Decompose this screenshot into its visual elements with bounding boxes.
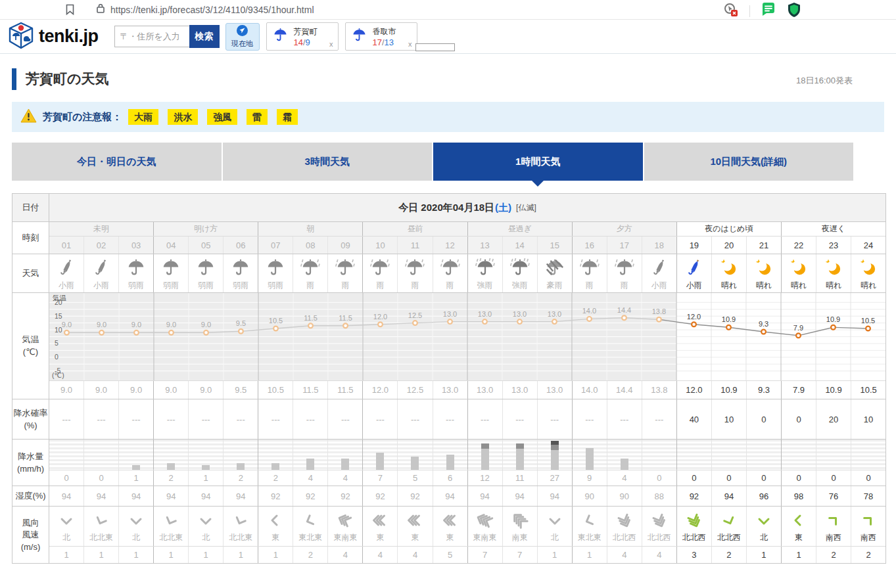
precip-bar-main — [411, 457, 419, 470]
humidity-cell: 94 — [188, 486, 223, 506]
period-cell: 夜のはじめ頃 — [676, 222, 781, 236]
wind-direction-text: 東 — [446, 532, 454, 543]
warning-badge[interactable]: 洪水 — [168, 109, 198, 125]
pop-cell: --- — [537, 399, 572, 439]
svg-text:13.0: 13.0 — [478, 310, 492, 318]
title-accent-bar — [12, 68, 16, 90]
temp-value-cell: 10.9 — [816, 381, 851, 399]
weather-icon rain-weak-icon — [126, 258, 146, 280]
wind-direction-cell: 東 — [258, 507, 293, 546]
wind-speed-cell: 4 — [397, 547, 432, 563]
humidity-cell: 96 — [746, 486, 781, 506]
weather-text: 雨 — [621, 280, 628, 291]
wind-direction-text: 東 — [271, 532, 279, 543]
weather-icon rain-weak-icon — [161, 258, 181, 280]
row-hours: 0102030405060708091011121314151617181920… — [49, 237, 885, 254]
svg-text:13.8: 13.8 — [652, 307, 666, 315]
wind-arrow-icon — [686, 512, 703, 531]
wind-direction-text: 東北東 — [298, 532, 322, 543]
chip-close-icon[interactable]: x — [408, 40, 412, 48]
weather-text: 晴れ — [721, 280, 737, 291]
wind-speed-cell: 7 — [502, 547, 537, 563]
temp-value-cell: 11.5 — [327, 381, 362, 399]
wind-direction-cell: 東 — [433, 507, 467, 546]
wind-direction-cell: 東 — [781, 507, 816, 546]
tab-3[interactable]: 1時間天気 — [433, 143, 644, 181]
weather-icon rain-heavy-icon — [545, 258, 565, 280]
pop-row-label: 降水確率(%) — [12, 399, 49, 439]
precip-value-cell: 0 — [49, 470, 83, 486]
search-box: 検索 — [114, 25, 220, 48]
wind-direction-cell: 北北西 — [607, 507, 642, 546]
wind-speed-cell: 1 — [572, 547, 607, 563]
pop-cell: --- — [433, 399, 467, 439]
svg-text:7.9: 7.9 — [793, 324, 803, 332]
wind-direction-text: 東南東 — [473, 532, 497, 543]
notes-extension-icon[interactable] — [761, 2, 776, 20]
precip-value-cell: 4 — [607, 470, 642, 486]
logo-text: tenki.jp — [39, 26, 99, 47]
tab-1[interactable]: 今日・明日の天気 — [12, 143, 223, 181]
url-bar[interactable]: https://tenki.jp/forecast/3/12/4110/9345… — [97, 3, 314, 16]
wind-arrow-icon — [58, 512, 75, 531]
temp-value-cell: 9.0 — [153, 381, 188, 399]
precip-value-cell: 0 — [746, 470, 781, 486]
warning-badge[interactable]: 大雨 — [128, 109, 158, 125]
wind-direction-text: 北北東 — [159, 532, 183, 543]
wind-speed-cell: 1 — [746, 547, 781, 563]
weather-cell: 晴れ — [711, 254, 746, 292]
precip-bar-mid — [516, 443, 524, 449]
weather-icon clear-night-icon — [789, 258, 809, 280]
warning-badge[interactable]: 強風 — [207, 109, 237, 125]
warning-badge[interactable]: 雷 — [247, 109, 268, 125]
wind-arrow-icon — [337, 512, 354, 531]
weather-text: 晴れ — [826, 280, 841, 291]
wind-arrow-icon — [651, 512, 668, 531]
weather-icon rain-weak-icon — [231, 258, 250, 280]
current-location-button[interactable]: 現在地 — [225, 23, 260, 51]
wind-direction-text: 北 — [551, 532, 559, 543]
wind-arrow-icon — [442, 512, 459, 531]
wind-arrow-icon — [406, 512, 423, 531]
precip-value-cell: 0 — [83, 470, 118, 486]
wind-speed-cell: 4 — [607, 547, 642, 563]
wind-direction-text: 北 — [132, 532, 140, 543]
search-input[interactable] — [114, 26, 189, 47]
tenki-logo[interactable]: tenki.jp — [8, 22, 99, 52]
wind-row-label: 風向風速(m/s) — [12, 507, 49, 563]
weather-icon rain-strong-icon — [475, 258, 495, 280]
wind-direction-cell: 北 — [49, 507, 83, 546]
shield-extension-icon[interactable] — [787, 2, 801, 20]
pop-row-group: 降水確率(%)---------------------------------… — [12, 399, 885, 439]
humidity-cell: 94 — [223, 486, 258, 506]
humidity-cell: 90 — [607, 486, 642, 506]
tab-2[interactable]: 3時間天気 — [223, 143, 434, 181]
wind-speed-cell: 2 — [711, 547, 746, 563]
wind-direction-cell: 東北東 — [572, 507, 607, 546]
weather-text: 弱雨 — [198, 280, 214, 291]
hour-cell: 20 — [711, 237, 746, 254]
precip-bar-main — [341, 459, 349, 470]
tab-4[interactable]: 10日間天気(詳細) — [644, 143, 854, 181]
period-cell: 昼前 — [362, 222, 467, 236]
favorite-chip[interactable]: 芳賀町14/9x — [266, 22, 339, 51]
temp-value-cell: 12.5 — [397, 381, 432, 399]
humidity-cell: 90 — [572, 486, 607, 506]
forecast-tabs: 今日・明日の天気3時間天気1時間天気10日間天気(詳細) — [12, 143, 853, 181]
precip-bar — [132, 465, 140, 470]
chip-close-icon[interactable]: x — [329, 40, 333, 48]
precip-bar-main — [621, 459, 628, 470]
warning-badge[interactable]: 霜 — [277, 109, 298, 125]
wind-direction-cell: 東 — [397, 507, 432, 546]
current-location-label: 現在地 — [231, 39, 253, 49]
bookmark-icon[interactable] — [66, 4, 74, 15]
content-blocker-icon[interactable] — [723, 2, 739, 20]
search-button[interactable]: 検索 — [189, 25, 220, 48]
date-row-group: 日付今日 2020年04月18日(土)[仏滅] — [12, 194, 885, 221]
wind-direction-text: 北北西 — [613, 532, 636, 543]
pop-cell: 0 — [746, 399, 781, 439]
precip-bar — [411, 457, 419, 470]
hour-cell: 24 — [851, 237, 885, 254]
favorite-chip[interactable]: 香取市17/13x — [345, 22, 417, 51]
warning-label: 芳賀町の注意報： — [43, 111, 122, 124]
